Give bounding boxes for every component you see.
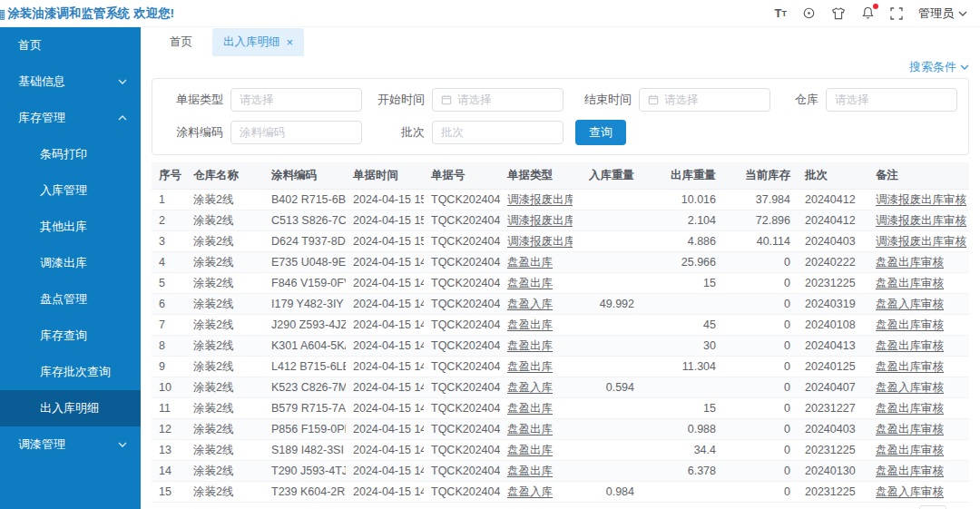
- user-menu[interactable]: 管理员: [918, 5, 967, 22]
- cell-remark[interactable]: 盘盈出库审核: [868, 336, 969, 357]
- cell-remark[interactable]: 盘盈出库审核: [868, 419, 969, 440]
- sidebar-item-stocktake-mgmt[interactable]: 盘点管理: [0, 281, 141, 318]
- col-in-weight: 入库重量: [573, 162, 642, 190]
- header-actions: TT 管理员: [775, 5, 967, 22]
- cell-paint-code: B402 R715-6BR: [264, 190, 346, 210]
- table-row: 3涂装2线D624 T937-8DT2024-04-15 15:...TQCK2…: [152, 231, 969, 252]
- locate-icon[interactable]: [802, 6, 816, 20]
- cell-out-weight: 10.016: [642, 190, 723, 210]
- goto-page: 前往 页: [890, 505, 965, 509]
- cell-remark[interactable]: 盘盈出库审核: [868, 273, 969, 294]
- end-time-input[interactable]: 请选择: [639, 88, 770, 112]
- theme-shirt-icon[interactable]: [831, 7, 846, 20]
- paint-code-input[interactable]: 涂料编码: [230, 121, 362, 144]
- col-paint-code: 涂料编码: [264, 162, 346, 190]
- cell-batch: 20231225: [798, 482, 868, 503]
- cell-doc-type[interactable]: 盘盈出库: [500, 336, 573, 357]
- sidebar-item-inout-detail[interactable]: 出入库明细: [0, 390, 141, 426]
- cell-in-weight: [573, 440, 642, 461]
- cell-batch: 20240407: [798, 377, 868, 398]
- sidebar-item-home[interactable]: 首页: [0, 27, 141, 64]
- sidebar-item-inbound-mgmt[interactable]: 入库管理: [0, 172, 141, 209]
- cell-paint-code: C513 S826-7CS: [264, 210, 346, 231]
- cell-doc-type[interactable]: 调漆报废出库: [500, 210, 573, 231]
- cell-remark[interactable]: 盘盈出库审核: [868, 440, 969, 461]
- cell-doc-type[interactable]: 盘盈入库: [500, 482, 573, 503]
- font-size-icon[interactable]: TT: [775, 7, 787, 19]
- cell-doc-no: TQCK2024041....: [424, 377, 500, 398]
- sidebar-item-inventory-mgmt[interactable]: 库存管理: [0, 100, 141, 136]
- search-conditions-toggle[interactable]: 搜索条件: [152, 56, 969, 78]
- cell-paint-code: D624 T937-8DT: [264, 231, 346, 252]
- batch-input[interactable]: 批次: [432, 121, 564, 144]
- cell-doc-no: TQCK2024041....: [424, 190, 500, 210]
- cell-doc-type[interactable]: 盘盈出库: [500, 440, 573, 461]
- cell-remark[interactable]: 调漆报废出库审核: [868, 231, 969, 252]
- cell-doc-type[interactable]: 盘盈出库: [500, 357, 573, 377]
- query-button[interactable]: 查询: [575, 120, 626, 145]
- cell-out-weight: 15: [642, 398, 723, 419]
- doc-type-select[interactable]: 请选择: [230, 88, 362, 112]
- sidebar-item-barcode-print[interactable]: 条码打印: [0, 136, 141, 172]
- cell-doc-type[interactable]: 盘盈出库: [500, 252, 573, 273]
- cell-doc-type[interactable]: 调漆报废出库: [500, 231, 573, 252]
- paint-code-label: 涂料编码: [167, 124, 223, 141]
- cell-remark[interactable]: 盘盈出库审核: [868, 398, 969, 419]
- sidebar-item-label: 条码打印: [40, 146, 87, 162]
- cell-remark[interactable]: 盘盈出库审核: [868, 461, 969, 482]
- sidebar-item-stock-query[interactable]: 库存查询: [0, 318, 141, 354]
- cell-remark[interactable]: 调漆报废出库审核: [868, 210, 969, 231]
- cell-out-weight: 30: [642, 336, 723, 357]
- cell-doc-type[interactable]: 盘盈入库: [500, 377, 573, 398]
- notifications-bell-icon[interactable]: [861, 6, 875, 20]
- cell-seq: 11: [152, 398, 186, 419]
- tab-inout-detail[interactable]: 出入库明细×: [212, 28, 304, 56]
- table-row: 11涂装2线B579 R715-7AQ2024-04-15 14:...TQCK…: [152, 398, 969, 419]
- table-row: 8涂装2线K301 A604-5KA2024-04-15 14:...TQCK2…: [152, 336, 969, 357]
- cell-doc-type[interactable]: 盘盈出库: [500, 273, 573, 294]
- warehouse-select[interactable]: 请选择: [826, 88, 957, 112]
- sidebar-item-paint-mgmt[interactable]: 调漆管理: [0, 426, 141, 463]
- chevron-down-icon: [118, 79, 127, 84]
- cell-current-stock: 0: [723, 377, 798, 398]
- cell-in-weight: 0.984: [573, 482, 642, 503]
- start-time-input[interactable]: 请选择: [432, 88, 564, 112]
- table-row: 5涂装2线F846 V159-0FV2024-04-15 14:...TQCK2…: [152, 273, 969, 294]
- main-area: 首页出入库明细× 搜索条件 单据类型 请选择 开始时间: [141, 27, 980, 509]
- cell-doc-type[interactable]: 盘盈入库: [500, 294, 573, 315]
- sidebar-item-other-outbound[interactable]: 其他出库: [0, 209, 141, 245]
- table-row: 2涂装2线C513 S826-7CS2024-04-15 15:...TQCK2…: [152, 210, 969, 231]
- cell-doc-type[interactable]: 盘盈出库: [500, 398, 573, 419]
- cell-out-weight: 25.966: [642, 252, 723, 273]
- cell-remark[interactable]: 盘盈入库审核: [868, 377, 969, 398]
- cell-batch: 20240403: [798, 419, 868, 440]
- cell-remark[interactable]: 盘盈出库审核: [868, 315, 969, 336]
- cell-doc-no: TQCK2024041....: [424, 419, 500, 440]
- cell-doc-type[interactable]: 盘盈出库: [500, 315, 573, 336]
- cell-doc-type[interactable]: 调漆报废出库: [500, 190, 573, 210]
- close-icon[interactable]: ×: [287, 36, 294, 48]
- cell-remark[interactable]: 盘盈出库审核: [868, 357, 969, 377]
- cell-current-stock: 72.896: [723, 210, 798, 231]
- cell-seq: 12: [152, 419, 186, 440]
- tab-home[interactable]: 首页: [159, 28, 203, 56]
- cell-remark[interactable]: 盘盈入库审核: [868, 294, 969, 315]
- cell-doc-type[interactable]: 盘盈出库: [500, 461, 573, 482]
- cell-current-stock: 0: [723, 419, 798, 440]
- cell-warehouse: 涂装2线: [186, 273, 264, 294]
- sidebar-item-label: 库存批次查询: [40, 364, 111, 380]
- cell-remark[interactable]: 调漆报废出库审核: [868, 190, 969, 210]
- cell-remark[interactable]: 盘盈入库审核: [868, 482, 969, 503]
- goto-page-input[interactable]: [919, 505, 946, 509]
- cell-remark[interactable]: 盘盈出库审核: [868, 252, 969, 273]
- sidebar-item-basic-info[interactable]: 基础信息: [0, 64, 141, 100]
- cell-batch: 20231227: [798, 398, 868, 419]
- sidebar-item-stock-batch-query[interactable]: 库存批次查询: [0, 354, 141, 390]
- cell-in-weight: 49.992: [573, 294, 642, 315]
- cell-doc-type[interactable]: 盘盈出库: [500, 419, 573, 440]
- sidebar-item-paint-outbound[interactable]: 调漆出库: [0, 245, 141, 281]
- cell-out-weight: 45: [642, 315, 723, 336]
- cell-doc-no: TQCK2024041....: [424, 210, 500, 231]
- cell-doc-no: TQCK2024041....: [424, 461, 500, 482]
- fullscreen-icon[interactable]: [890, 7, 903, 20]
